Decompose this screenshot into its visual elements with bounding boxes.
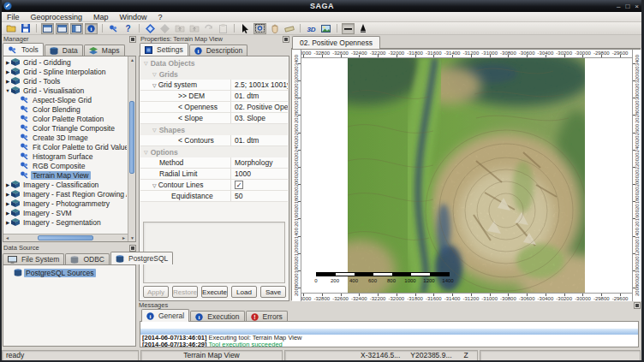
parameter-value-cell[interactable]: ✓ bbox=[231, 180, 288, 190]
help-button[interactable]: ? bbox=[122, 23, 134, 34]
parameter-value-cell[interactable]: 2.5; 1001x 1001y; -32500 bbox=[231, 80, 288, 90]
properties-close-button[interactable] bbox=[283, 36, 289, 43]
scroll-down-icon[interactable]: ▼ bbox=[128, 234, 136, 241]
menu-item-geoprocessing[interactable]: Geoprocessing bbox=[31, 13, 83, 21]
data-source-tab-odbc[interactable]: ODBC bbox=[65, 253, 110, 264]
tree-item-color-triangle-composite[interactable]: Color Triangle Composite bbox=[4, 123, 127, 133]
parameter-row-radial-limit[interactable]: Radial Limit1000 bbox=[140, 169, 288, 180]
terrain-map-image[interactable] bbox=[348, 58, 585, 293]
parameter-value-cell[interactable]: 01. dtm bbox=[231, 91, 288, 101]
north-arrow-button[interactable] bbox=[356, 23, 369, 34]
tools-tree-hscroll-thumb[interactable] bbox=[38, 235, 93, 240]
tree-item-terrain-map-view[interactable]: Terrain Map View bbox=[4, 170, 127, 180]
zoom-tool-button[interactable] bbox=[253, 23, 266, 34]
messages-close-button[interactable] bbox=[634, 302, 641, 309]
properties-tab-description[interactable]: iDescription bbox=[189, 45, 248, 56]
show-manager-button[interactable] bbox=[41, 23, 54, 34]
close-button[interactable]: × bbox=[635, 3, 639, 10]
pan-tool-button[interactable] bbox=[268, 23, 281, 34]
expand-icon[interactable]: ▶ bbox=[4, 192, 11, 197]
tree-item-aspect-slope-grid[interactable]: Aspect-Slope Grid bbox=[4, 95, 127, 104]
tree-item-imagery-segmentation[interactable]: ▶Imagery - Segmentation bbox=[4, 217, 127, 227]
parameter-row-equidistance[interactable]: Equidistance50 bbox=[140, 191, 288, 202]
collapse-icon[interactable]: ▼ bbox=[4, 88, 11, 93]
expand-icon[interactable]: ▶ bbox=[4, 69, 11, 74]
tree-item-imagery-photogrammetry[interactable]: ▶Imagery - Photogrammetry bbox=[4, 199, 127, 208]
manager-tab-data[interactable]: Data bbox=[45, 45, 83, 56]
parameter-row-contour-lines[interactable]: ▽Contour Lines✓ bbox=[140, 180, 288, 191]
pointer-tool-button[interactable] bbox=[239, 23, 252, 34]
parameter-value-cell[interactable]: 50 bbox=[231, 191, 288, 201]
scroll-right-icon[interactable]: ► bbox=[120, 234, 128, 242]
save-button[interactable]: Save bbox=[260, 286, 286, 298]
menu-item-help[interactable]: ? bbox=[158, 13, 163, 21]
scroll-left-icon[interactable]: ◄ bbox=[3, 234, 11, 242]
minimize-button[interactable]: – bbox=[617, 3, 620, 10]
message-row[interactable]: [2014-06-07/13:46:29] Tool execution suc… bbox=[140, 341, 638, 348]
manager-close-button[interactable] bbox=[129, 36, 136, 43]
tree-item-histogram-surface[interactable]: Histogram Surface bbox=[4, 151, 127, 161]
view-3d-button[interactable]: 3D bbox=[305, 23, 318, 34]
parameter-row-grid-system[interactable]: ▽Grid system2.5; 1001x 1001y; -32500 bbox=[140, 80, 288, 91]
data-source-tab-file-system[interactable]: File System bbox=[3, 253, 64, 264]
tree-item-imagery-svm[interactable]: ▶Imagery - SVM bbox=[4, 208, 127, 217]
tool-chooser-button[interactable] bbox=[107, 23, 120, 34]
expand-icon[interactable]: ▶ bbox=[4, 201, 11, 206]
parameter-row-openness[interactable]: < Openness02. Positive Openness bbox=[140, 102, 288, 113]
execute-button[interactable]: Execute bbox=[201, 286, 228, 298]
section-collapse-icon[interactable]: ▽ bbox=[152, 71, 157, 77]
menu-item-file[interactable]: File bbox=[7, 13, 20, 21]
tree-item-rgb-composite[interactable]: RGB Composite bbox=[4, 161, 127, 170]
show-messages-button[interactable]: i bbox=[85, 23, 98, 34]
show-data-source-button[interactable] bbox=[56, 23, 69, 34]
parameter-row-dem[interactable]: >> DEM01. dtm bbox=[140, 91, 288, 102]
manager-tab-maps[interactable]: Maps bbox=[84, 45, 125, 56]
messages-tab-general[interactable]: iGeneral bbox=[141, 309, 189, 322]
parameter-value-cell[interactable]: Morphology bbox=[231, 157, 288, 168]
parameter-value-cell[interactable]: 01. dtm bbox=[231, 135, 288, 145]
properties-tab-settings[interactable]: Settings bbox=[140, 43, 188, 56]
tree-item-color-blending[interactable]: Color Blending bbox=[4, 104, 127, 114]
manager-tab-tools[interactable]: Tools bbox=[3, 43, 44, 56]
tree-item-color-palette-rotation[interactable]: Color Palette Rotation bbox=[4, 114, 127, 123]
data-source-tab-postgresql[interactable]: PostgreSQL bbox=[110, 252, 173, 264]
tools-tree-scroll-thumb[interactable] bbox=[129, 101, 134, 174]
row-collapse-icon[interactable]: ▽ bbox=[152, 182, 157, 188]
expand-icon[interactable]: ▶ bbox=[4, 220, 11, 225]
save-as-image-button[interactable] bbox=[319, 23, 332, 34]
parameter-value-cell[interactable]: 03. Slope bbox=[231, 113, 288, 123]
zoom-full-extent-button[interactable] bbox=[144, 23, 157, 34]
open-button[interactable] bbox=[4, 23, 17, 34]
section-collapse-icon[interactable]: ▽ bbox=[152, 127, 157, 133]
tree-item-imagery-fast-region-growing-al[interactable]: ▶Imagery - Fast Region Growing Al bbox=[4, 189, 127, 199]
tree-item-fit-color-palette-to-grid-values[interactable]: Fit Color Palette to Grid Values bbox=[4, 142, 127, 151]
tree-item-grid-tools[interactable]: ▶Grid - Tools bbox=[4, 76, 127, 86]
parameter-row-method[interactable]: MethodMorphology bbox=[140, 157, 288, 169]
parameter-value-cell[interactable]: 1000 bbox=[231, 169, 288, 179]
scroll-up-icon[interactable]: ▲ bbox=[128, 56, 136, 63]
menu-item-window[interactable]: Window bbox=[120, 13, 147, 21]
tree-item-grid-gridding[interactable]: ▶Grid - Gridding bbox=[4, 57, 127, 67]
tree-item-create-3d-image[interactable]: Create 3D Image bbox=[4, 133, 127, 142]
load-button[interactable]: Load bbox=[231, 286, 257, 298]
tree-item-grid-visualisation[interactable]: ▼Grid - Visualisation bbox=[4, 86, 127, 95]
expand-icon[interactable]: ▶ bbox=[4, 79, 11, 84]
menu-item-map[interactable]: Map bbox=[93, 13, 109, 21]
parameter-value-cell[interactable]: 02. Positive Openness bbox=[231, 102, 288, 112]
expand-icon[interactable]: ▶ bbox=[4, 60, 11, 65]
expand-icon[interactable]: ▶ bbox=[4, 182, 11, 187]
tools-tree-horizontal-scrollbar[interactable]: ◄ ► bbox=[3, 234, 128, 241]
measure-tool-button[interactable] bbox=[283, 23, 295, 34]
messages-list[interactable]: [2014-06-07/13:46:01] Executing tool: Te… bbox=[140, 321, 639, 347]
map-document-tab[interactable]: 02. Positive Openness bbox=[292, 36, 380, 49]
show-properties-button[interactable] bbox=[70, 23, 83, 34]
save-button[interactable] bbox=[19, 23, 32, 34]
data-source-item-postgresql-sources[interactable]: PostgreSQL Sources bbox=[14, 268, 135, 277]
section-collapse-icon[interactable]: ▽ bbox=[144, 149, 148, 155]
row-collapse-icon[interactable]: ▽ bbox=[152, 82, 157, 88]
expand-icon[interactable]: ▶ bbox=[4, 211, 11, 216]
data-source-close-button[interactable] bbox=[129, 245, 136, 252]
map-canvas[interactable]: 0200400600800100012001400 bbox=[301, 58, 632, 293]
scalebar-toggle-button[interactable] bbox=[342, 23, 355, 34]
checkbox-checked-icon[interactable]: ✓ bbox=[235, 181, 243, 189]
